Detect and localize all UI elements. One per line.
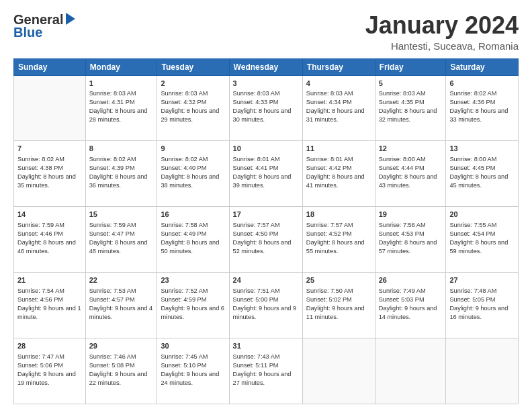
day-info: Sunrise: 8:03 AMSunset: 4:35 PMDaylight:…: [379, 89, 443, 124]
calendar-table: Sunday Monday Tuesday Wednesday Thursday…: [13, 58, 519, 404]
calendar-cell: [302, 338, 375, 404]
calendar-cell: 24Sunrise: 7:51 AMSunset: 5:00 PMDayligh…: [229, 273, 302, 338]
calendar-cell: 15Sunrise: 7:59 AMSunset: 4:47 PMDayligh…: [85, 207, 157, 273]
calendar-cell: 28Sunrise: 7:47 AMSunset: 5:06 PMDayligh…: [14, 338, 86, 404]
calendar-cell: 20Sunrise: 7:55 AMSunset: 4:54 PMDayligh…: [446, 207, 519, 273]
day-info: Sunrise: 8:03 AMSunset: 4:32 PMDaylight:…: [161, 89, 225, 124]
day-info: Sunrise: 7:53 AMSunset: 4:57 PMDaylight:…: [89, 287, 154, 322]
col-monday: Monday: [85, 58, 157, 75]
day-number: 25: [306, 275, 371, 285]
day-number: 28: [17, 341, 82, 351]
day-info: Sunrise: 7:58 AMSunset: 4:49 PMDaylight:…: [161, 221, 225, 256]
calendar-week-row: 28Sunrise: 7:47 AMSunset: 5:06 PMDayligh…: [14, 338, 519, 404]
day-number: 11: [306, 144, 371, 154]
calendar-cell: 26Sunrise: 7:49 AMSunset: 5:03 PMDayligh…: [375, 273, 446, 338]
col-sunday: Sunday: [14, 58, 86, 75]
day-info: Sunrise: 7:48 AMSunset: 5:05 PMDaylight:…: [449, 287, 515, 322]
day-number: 2: [161, 79, 225, 89]
day-info: Sunrise: 8:03 AMSunset: 4:33 PMDaylight:…: [233, 89, 299, 124]
calendar-header-row: Sunday Monday Tuesday Wednesday Thursday…: [14, 58, 519, 75]
calendar-cell: 16Sunrise: 7:58 AMSunset: 4:49 PMDayligh…: [157, 207, 229, 273]
calendar-cell: 31Sunrise: 7:43 AMSunset: 5:11 PMDayligh…: [229, 338, 302, 404]
day-number: 8: [89, 144, 154, 154]
day-number: 18: [306, 210, 371, 220]
calendar-cell: 23Sunrise: 7:52 AMSunset: 4:59 PMDayligh…: [157, 273, 229, 338]
calendar-cell: 1Sunrise: 8:03 AMSunset: 4:31 PMDaylight…: [85, 75, 157, 141]
day-number: 10: [233, 144, 299, 154]
calendar-cell: 8Sunrise: 8:02 AMSunset: 4:39 PMDaylight…: [85, 141, 157, 207]
header: General Blue January 2024 Hantesti, Suce…: [13, 12, 519, 52]
day-info: Sunrise: 8:01 AMSunset: 4:41 PMDaylight:…: [233, 155, 299, 190]
day-number: 20: [449, 210, 515, 220]
day-info: Sunrise: 7:55 AMSunset: 4:54 PMDaylight:…: [449, 221, 515, 256]
location: Hantesti, Suceava, Romania: [365, 40, 519, 52]
calendar-cell: 25Sunrise: 7:50 AMSunset: 5:02 PMDayligh…: [302, 273, 375, 338]
day-info: Sunrise: 7:46 AMSunset: 5:08 PMDaylight:…: [89, 353, 154, 387]
calendar-cell: 18Sunrise: 7:57 AMSunset: 4:52 PMDayligh…: [302, 207, 375, 273]
calendar-cell: 3Sunrise: 8:03 AMSunset: 4:33 PMDaylight…: [229, 75, 302, 141]
day-number: 1: [89, 79, 154, 89]
calendar-cell: 9Sunrise: 8:02 AMSunset: 4:40 PMDaylight…: [157, 141, 229, 207]
calendar-cell: 13Sunrise: 8:00 AMSunset: 4:45 PMDayligh…: [446, 141, 519, 207]
logo: General Blue: [13, 12, 75, 40]
day-info: Sunrise: 7:52 AMSunset: 4:59 PMDaylight:…: [161, 287, 225, 322]
calendar-cell: 22Sunrise: 7:53 AMSunset: 4:57 PMDayligh…: [85, 273, 157, 338]
day-info: Sunrise: 7:54 AMSunset: 4:56 PMDaylight:…: [17, 287, 82, 322]
calendar-cell: 29Sunrise: 7:46 AMSunset: 5:08 PMDayligh…: [85, 338, 157, 404]
day-info: Sunrise: 8:02 AMSunset: 4:38 PMDaylight:…: [17, 155, 82, 190]
calendar-week-row: 7Sunrise: 8:02 AMSunset: 4:38 PMDaylight…: [14, 141, 519, 207]
calendar-cell: [14, 75, 86, 141]
col-thursday: Thursday: [302, 58, 375, 75]
calendar-cell: 17Sunrise: 7:57 AMSunset: 4:50 PMDayligh…: [229, 207, 302, 273]
calendar-cell: 21Sunrise: 7:54 AMSunset: 4:56 PMDayligh…: [14, 273, 86, 338]
calendar-cell: 11Sunrise: 8:01 AMSunset: 4:42 PMDayligh…: [302, 141, 375, 207]
logo-arrow-icon: [66, 13, 75, 25]
day-number: 26: [379, 275, 443, 285]
day-info: Sunrise: 8:02 AMSunset: 4:40 PMDaylight:…: [161, 155, 225, 190]
calendar-cell: [375, 338, 446, 404]
day-info: Sunrise: 7:50 AMSunset: 5:02 PMDaylight:…: [306, 287, 371, 322]
day-number: 7: [17, 144, 82, 154]
calendar-cell: 14Sunrise: 7:59 AMSunset: 4:46 PMDayligh…: [14, 207, 86, 273]
day-number: 30: [161, 341, 225, 351]
day-number: 13: [449, 144, 515, 154]
day-info: Sunrise: 7:59 AMSunset: 4:46 PMDaylight:…: [17, 221, 82, 256]
day-info: Sunrise: 8:02 AMSunset: 4:39 PMDaylight:…: [89, 155, 154, 190]
calendar-cell: 2Sunrise: 8:03 AMSunset: 4:32 PMDaylight…: [157, 75, 229, 141]
calendar-week-row: 1Sunrise: 8:03 AMSunset: 4:31 PMDaylight…: [14, 75, 519, 141]
calendar-cell: [446, 338, 519, 404]
day-number: 19: [379, 210, 443, 220]
day-number: 5: [379, 79, 443, 89]
day-number: 21: [17, 275, 82, 285]
col-wednesday: Wednesday: [229, 58, 302, 75]
col-friday: Friday: [375, 58, 446, 75]
calendar-cell: 19Sunrise: 7:56 AMSunset: 4:53 PMDayligh…: [375, 207, 446, 273]
calendar-cell: 27Sunrise: 7:48 AMSunset: 5:05 PMDayligh…: [446, 273, 519, 338]
calendar-cell: 30Sunrise: 7:45 AMSunset: 5:10 PMDayligh…: [157, 338, 229, 404]
day-number: 23: [161, 275, 225, 285]
day-number: 24: [233, 275, 299, 285]
day-info: Sunrise: 8:03 AMSunset: 4:34 PMDaylight:…: [306, 89, 371, 124]
month-title: January 2024: [365, 12, 519, 39]
calendar-page: General Blue January 2024 Hantesti, Suce…: [0, 0, 532, 411]
day-number: 6: [449, 79, 515, 89]
calendar-cell: 10Sunrise: 8:01 AMSunset: 4:41 PMDayligh…: [229, 141, 302, 207]
day-info: Sunrise: 8:00 AMSunset: 4:44 PMDaylight:…: [379, 155, 443, 190]
day-number: 15: [89, 210, 154, 220]
day-info: Sunrise: 7:49 AMSunset: 5:03 PMDaylight:…: [379, 287, 443, 322]
day-info: Sunrise: 7:43 AMSunset: 5:11 PMDaylight:…: [233, 353, 299, 387]
calendar-week-row: 14Sunrise: 7:59 AMSunset: 4:46 PMDayligh…: [14, 207, 519, 273]
calendar-week-row: 21Sunrise: 7:54 AMSunset: 4:56 PMDayligh…: [14, 273, 519, 338]
calendar-cell: 4Sunrise: 8:03 AMSunset: 4:34 PMDaylight…: [302, 75, 375, 141]
day-info: Sunrise: 7:57 AMSunset: 4:52 PMDaylight:…: [306, 221, 371, 256]
logo-blue: Blue: [13, 25, 42, 40]
calendar-cell: 6Sunrise: 8:02 AMSunset: 4:36 PMDaylight…: [446, 75, 519, 141]
calendar-cell: 7Sunrise: 8:02 AMSunset: 4:38 PMDaylight…: [14, 141, 86, 207]
day-number: 4: [306, 79, 371, 89]
day-info: Sunrise: 7:56 AMSunset: 4:53 PMDaylight:…: [379, 221, 443, 256]
day-info: Sunrise: 8:00 AMSunset: 4:45 PMDaylight:…: [449, 155, 515, 190]
calendar-cell: 12Sunrise: 8:00 AMSunset: 4:44 PMDayligh…: [375, 141, 446, 207]
day-info: Sunrise: 8:01 AMSunset: 4:42 PMDaylight:…: [306, 155, 371, 190]
day-number: 17: [233, 210, 299, 220]
day-number: 29: [89, 341, 154, 351]
